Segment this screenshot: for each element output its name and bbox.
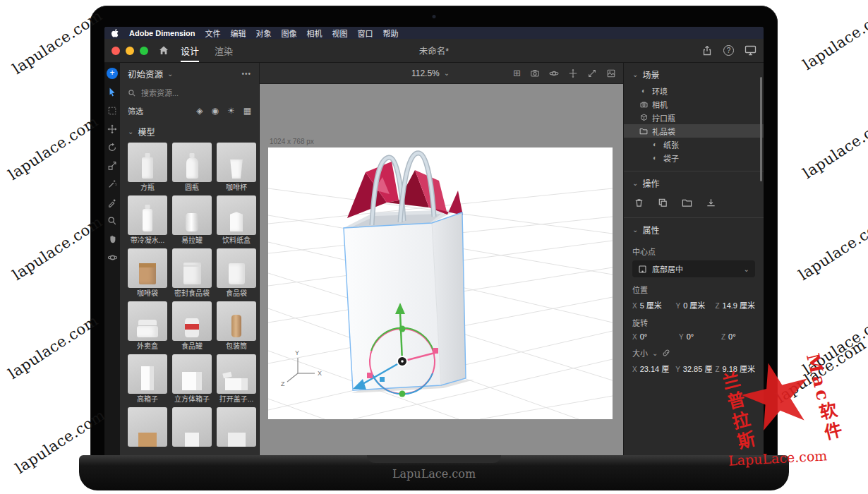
dolly-camera-icon[interactable] — [587, 68, 597, 78]
actions-section-header[interactable]: ⌄ 操作 — [624, 171, 764, 193]
scene-item-gift-bag[interactable]: 礼品袋 — [624, 124, 764, 138]
zoom-tool-icon[interactable] — [107, 215, 118, 226]
scene-tree: ◐ 环境 相机 拧口瓶 — [624, 84, 764, 164]
asset-item[interactable] — [172, 407, 212, 457]
asset-item[interactable]: 方瓶 — [128, 143, 167, 193]
add-content-button[interactable]: + — [107, 68, 118, 79]
menu-item-help[interactable]: 帮助 — [383, 28, 399, 39]
asset-label: 方瓶 — [128, 182, 167, 193]
artboard[interactable]: Y X Z — [268, 147, 613, 419]
asset-item[interactable]: 高箱子 — [128, 354, 167, 405]
position-z-field[interactable]: Z14.9 厘米 — [715, 299, 755, 311]
scene-item-environment[interactable]: ◐ 环境 — [624, 84, 764, 97]
folder-icon[interactable] — [682, 198, 692, 207]
menu-app-name[interactable]: Adobe Dimension — [129, 29, 195, 37]
orbit-tool-icon[interactable] — [107, 252, 118, 263]
assets-panel-header: 初始资源 ⌄ ••• — [120, 63, 259, 84]
assets-panel-title[interactable]: 初始资源 — [128, 67, 163, 80]
scale-tool-icon[interactable] — [107, 160, 118, 171]
asset-item[interactable]: 饮料纸盒 — [217, 195, 256, 246]
models-section-header[interactable]: ⌄ 模型 — [120, 123, 259, 140]
scrollbar[interactable] — [760, 77, 762, 181]
tab-render[interactable]: 渲染 — [215, 39, 233, 62]
camera-bookmark-icon[interactable] — [530, 68, 540, 78]
position-y-field[interactable]: Y0 厘米 — [676, 299, 713, 311]
asset-item[interactable] — [128, 407, 167, 457]
minimize-window-button[interactable] — [126, 47, 134, 55]
asset-item[interactable]: 易拉罐 — [172, 195, 212, 246]
asset-item[interactable]: 食品罐 — [172, 301, 212, 352]
properties-section-header[interactable]: ⌄ 属性 — [624, 218, 764, 239]
thumb-food-can — [185, 318, 199, 337]
asset-item[interactable]: 立方体箱子 — [172, 354, 212, 405]
menu-item-edit[interactable]: 编辑 — [231, 28, 246, 39]
menu-item-file[interactable]: 文件 — [205, 28, 221, 39]
rotation-x-field[interactable]: X0° — [632, 332, 676, 341]
menu-item-image[interactable]: 图像 — [282, 28, 297, 39]
rotation-y-field[interactable]: Y0° — [679, 332, 718, 341]
chevron-down-icon[interactable]: ⌄ — [167, 70, 173, 78]
scene-item-camera[interactable]: 相机 — [624, 97, 764, 111]
asset-item[interactable]: 密封食品袋 — [172, 248, 212, 299]
duplicate-icon[interactable] — [658, 198, 668, 208]
asset-item[interactable]: 外卖盒 — [128, 301, 167, 352]
size-y-field[interactable]: Y32.85 厘 — [675, 363, 712, 374]
menu-item-object[interactable]: 对象 — [256, 28, 272, 39]
pan-camera-icon[interactable] — [568, 68, 578, 78]
chevron-down-icon: ⌄ — [632, 226, 638, 234]
asset-item[interactable]: 打开盖子... — [217, 354, 256, 405]
scene-section-header[interactable]: ⌄ 场景 — [624, 63, 764, 84]
asset-item[interactable]: 食品袋 — [217, 248, 256, 299]
delete-icon[interactable] — [634, 198, 644, 208]
menu-item-camera[interactable]: 相机 — [307, 28, 323, 39]
scene-render: Y X Z — [268, 147, 613, 419]
asset-item[interactable]: 咖啡杯 — [217, 143, 256, 193]
search-input[interactable] — [141, 89, 233, 97]
share-icon[interactable] — [701, 45, 713, 56]
eyedropper-tool-icon[interactable] — [107, 197, 118, 207]
asset-item[interactable] — [217, 407, 256, 457]
display-icon[interactable] — [745, 45, 757, 56]
scene-item-bag[interactable]: ◐ 袋子 — [624, 151, 764, 164]
scene-item-bottle[interactable]: 拧口瓶 — [624, 111, 764, 124]
hand-tool-icon[interactable] — [107, 234, 118, 244]
menu-item-view[interactable]: 视图 — [332, 28, 348, 39]
asset-item[interactable]: 带冷凝水... — [128, 195, 167, 246]
grid-toggle-icon[interactable]: ⊞ — [513, 68, 521, 78]
asset-item[interactable]: 咖啡袋 — [128, 248, 167, 299]
select-tool-icon[interactable] — [107, 87, 118, 97]
asset-item[interactable]: 圆瓶 — [172, 143, 212, 193]
chevron-down-icon[interactable]: ⌄ — [652, 349, 658, 357]
thumb-sealed-pouch — [183, 263, 201, 284]
zoom-control[interactable]: 112.5% ⌄ — [411, 63, 450, 83]
main-area: + — [104, 63, 764, 457]
export-icon[interactable] — [706, 198, 716, 208]
move-tool-icon[interactable] — [107, 124, 118, 134]
asset-search — [120, 84, 259, 102]
link-dimensions-icon[interactable] — [662, 349, 670, 357]
filter-models-icon[interactable]: ◈ — [196, 106, 203, 116]
scene-item-paper[interactable]: ◐ 纸张 — [624, 138, 764, 151]
rotate-tool-icon[interactable] — [107, 142, 118, 152]
viewport[interactable]: 1024 x 768 px — [260, 84, 623, 457]
asset-item[interactable]: 包装筒 — [217, 301, 256, 352]
size-x-field[interactable]: X23.14 厘 — [632, 363, 673, 374]
magic-wand-tool-icon[interactable] — [107, 179, 118, 189]
help-icon[interactable]: ? — [723, 45, 734, 56]
snapshot-icon[interactable] — [606, 68, 616, 78]
tab-design[interactable]: 设计 — [181, 39, 199, 62]
position-x-field[interactable]: X5 厘米 — [632, 299, 673, 311]
filter-lights-icon[interactable]: ☀ — [227, 106, 235, 116]
filter-materials-icon[interactable]: ◉ — [211, 106, 218, 116]
filter-images-icon[interactable]: ▦ — [243, 106, 251, 116]
center-point-dropdown[interactable]: 底部居中 ⌄ — [632, 260, 755, 277]
apple-menu-icon[interactable] — [111, 29, 119, 37]
zoom-window-button[interactable] — [140, 47, 148, 55]
close-window-button[interactable] — [111, 47, 120, 55]
more-options-icon[interactable]: ••• — [241, 70, 251, 78]
orbit-camera-icon[interactable] — [549, 68, 559, 78]
marquee-tool-icon[interactable] — [107, 105, 118, 116]
home-button[interactable] — [158, 39, 169, 62]
rotation-z-field[interactable]: Z0° — [721, 332, 755, 341]
menu-item-window[interactable]: 窗口 — [358, 28, 373, 39]
